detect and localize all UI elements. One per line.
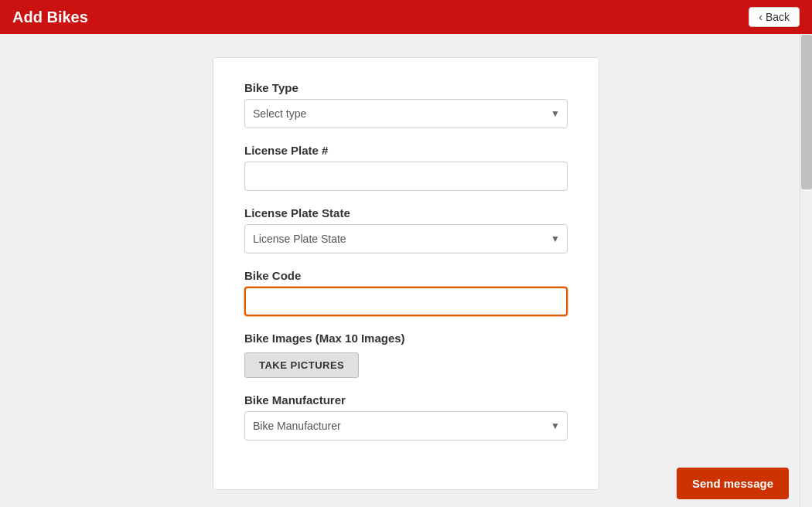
bike-manufacturer-select-wrapper: Bike Manufacturer Trek Specialized Giant… [244,411,568,441]
bike-images-label: Bike Images (Max 10 Images) [244,332,568,345]
bike-manufacturer-group: Bike Manufacturer Bike Manufacturer Trek… [244,393,568,441]
license-plate-state-select-wrapper: License Plate State Alabama Alaska Arizo… [244,224,568,254]
send-message-button[interactable]: Send message [677,468,789,499]
page-title: Add Bikes [12,9,88,26]
bike-type-select[interactable]: Select type Mountain Bike Road Bike Hybr… [244,99,568,128]
license-plate-number-group: License Plate # [244,144,568,191]
scrollbar-thumb[interactable] [801,35,812,189]
take-pictures-button[interactable]: TAKE PICTURES [244,352,359,378]
license-plate-state-group: License Plate State License Plate State … [244,206,568,254]
license-plate-number-input[interactable] [244,162,568,191]
bike-type-label: Bike Type [244,81,568,94]
scrollbar[interactable] [800,34,812,507]
license-plate-state-label: License Plate State [244,206,568,219]
bike-manufacturer-label: Bike Manufacturer [244,393,568,407]
back-icon: ‹ [759,11,763,23]
bike-code-input[interactable] [244,287,568,316]
header: Add Bikes ‹ Back [0,0,812,34]
bike-images-group: Bike Images (Max 10 Images) TAKE PICTURE… [244,332,568,378]
bike-type-select-wrapper: Select type Mountain Bike Road Bike Hybr… [244,99,568,128]
back-button[interactable]: ‹ Back [749,7,800,27]
license-plate-number-label: License Plate # [244,144,568,157]
back-label: Back [766,11,790,23]
main-content: Bike Type Select type Mountain Bike Road… [0,34,812,507]
license-plate-state-select[interactable]: License Plate State Alabama Alaska Arizo… [244,224,568,254]
bike-manufacturer-select[interactable]: Bike Manufacturer Trek Specialized Giant… [244,411,568,441]
bike-code-label: Bike Code [244,269,568,282]
bike-code-group: Bike Code [244,269,568,316]
bike-type-group: Bike Type Select type Mountain Bike Road… [244,81,568,128]
form-card: Bike Type Select type Mountain Bike Road… [213,57,599,490]
